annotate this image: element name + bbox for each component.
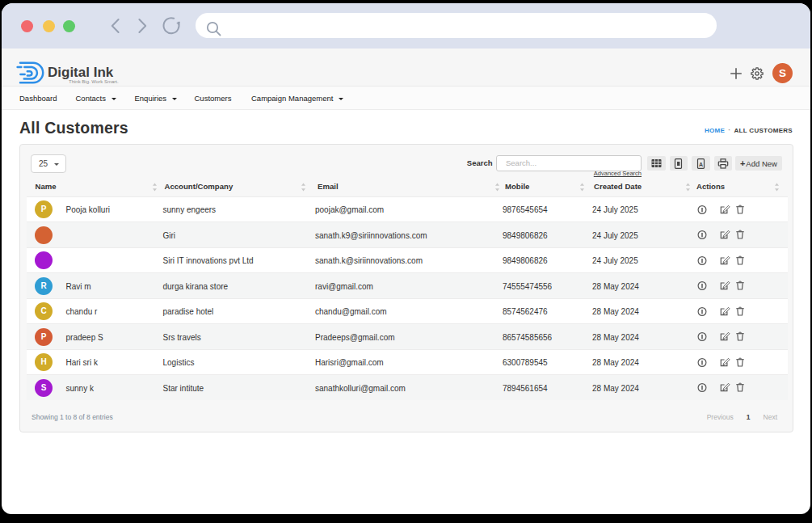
svg-text:A: A [699,162,703,167]
